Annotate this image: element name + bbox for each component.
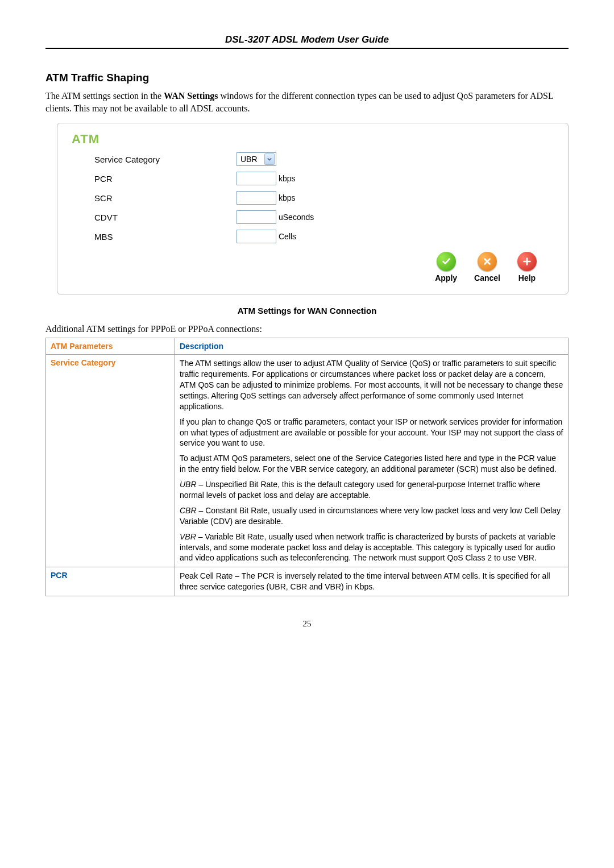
- button-row: Apply Cancel Help: [72, 252, 537, 283]
- th-atm-parameters: ATM Parameters: [46, 338, 175, 355]
- row-service-category: Service Category UBR: [72, 152, 554, 166]
- row-service-category-desc: Service Category The ATM settings allow …: [46, 355, 569, 567]
- x-icon: [478, 252, 497, 271]
- unit-mbs: Cells: [279, 232, 296, 241]
- cdvt-input[interactable]: [237, 210, 276, 224]
- check-icon: [437, 252, 456, 271]
- label-pcr: PCR: [72, 174, 237, 184]
- service-category-value: UBR: [240, 155, 258, 164]
- help-label: Help: [518, 273, 536, 283]
- chevron-down-icon: [264, 153, 275, 165]
- intro-text-prefix: The ATM settings section in the: [45, 91, 164, 101]
- atm-parameters-table: ATM Parameters Description Service Categ…: [45, 338, 569, 596]
- row-scr: SCR kbps: [72, 191, 554, 205]
- unit-scr: kbps: [279, 193, 296, 202]
- vbr-em: VBR: [180, 532, 196, 541]
- desc-pcr: Peak Cell Rate – The PCR is inversely re…: [175, 567, 569, 596]
- sc-cbr: CBR – Constant Bit Rate, usually used in…: [180, 505, 563, 527]
- atm-panel-title: ATM: [72, 132, 554, 147]
- sc-ubr: UBR – Unspecified Bit Rate, this is the …: [180, 479, 563, 501]
- unit-cdvt: uSeconds: [279, 213, 314, 222]
- ubr-rest: – Unspecified Bit Rate, this is the defa…: [180, 480, 540, 500]
- vbr-rest: – Variable Bit Rate, usually used when n…: [180, 532, 555, 563]
- pcr-paragraph: Peak Cell Rate – The PCR is inversely re…: [180, 571, 563, 592]
- row-mbs: MBS Cells: [72, 230, 554, 243]
- plus-icon: [517, 252, 537, 271]
- subtext: Additional ATM settings for PPPoE or PPP…: [45, 324, 569, 334]
- cancel-button[interactable]: Cancel: [474, 252, 500, 283]
- apply-button[interactable]: Apply: [435, 252, 457, 283]
- intro-bold: WAN Settings: [164, 91, 218, 101]
- unit-pcr: kbps: [279, 174, 296, 183]
- param-pcr: PCR: [46, 567, 175, 596]
- page-header: DSL-320T ADSL Modem User Guide: [45, 34, 569, 49]
- sc-paragraph-1: The ATM settings allow the user to adjus…: [180, 358, 563, 412]
- sc-vbr: VBR – Variable Bit Rate, usually used wh…: [180, 531, 563, 564]
- sc-paragraph-2: If you plan to change QoS or traffic par…: [180, 417, 563, 449]
- pcr-input[interactable]: [237, 172, 276, 185]
- row-pcr: PCR kbps: [72, 172, 554, 185]
- help-button[interactable]: Help: [517, 252, 537, 283]
- cbr-rest: – Constant Bit Rate, usually used in cir…: [180, 506, 561, 526]
- param-service-category: Service Category: [46, 355, 175, 567]
- figure-caption: ATM Settings for WAN Connection: [45, 306, 569, 315]
- label-cdvt: CDVT: [72, 213, 237, 222]
- section-title: ATM Traffic Shaping: [45, 72, 569, 84]
- th-description: Description: [175, 338, 569, 355]
- label-service-category: Service Category: [72, 155, 237, 164]
- label-mbs: MBS: [72, 232, 237, 242]
- row-pcr-desc: PCR Peak Cell Rate – The PCR is inversel…: [46, 567, 569, 596]
- service-category-select[interactable]: UBR: [237, 152, 276, 166]
- cbr-em: CBR: [180, 506, 197, 515]
- intro-paragraph: The ATM settings section in the WAN Sett…: [45, 90, 569, 114]
- table-header-row: ATM Parameters Description: [46, 338, 569, 355]
- label-scr: SCR: [72, 193, 237, 203]
- sc-paragraph-3: To adjust ATM QoS parameters, select one…: [180, 453, 563, 475]
- desc-service-category: The ATM settings allow the user to adjus…: [175, 355, 569, 567]
- row-cdvt: CDVT uSeconds: [72, 210, 554, 224]
- mbs-input[interactable]: [237, 230, 276, 243]
- cancel-label: Cancel: [474, 273, 500, 283]
- scr-input[interactable]: [237, 191, 276, 205]
- atm-settings-panel: ATM Service Category UBR PCR kbps SCR kb…: [57, 123, 569, 294]
- page-number: 25: [45, 619, 569, 629]
- ubr-em: UBR: [180, 480, 197, 489]
- apply-label: Apply: [435, 273, 457, 283]
